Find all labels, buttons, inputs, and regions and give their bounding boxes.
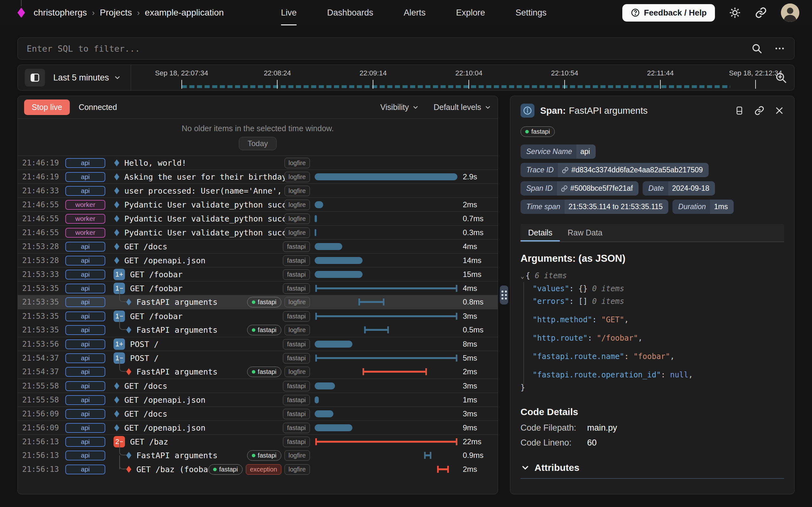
tag-pill-logfire[interactable]: logfire bbox=[285, 186, 310, 196]
tag-pill-fastapi[interactable]: fastapi bbox=[283, 339, 310, 349]
tag-pill-fastapi[interactable]: fastapi bbox=[283, 256, 310, 266]
child-count-badge[interactable]: 1+ bbox=[113, 338, 125, 350]
tag-pill-exception[interactable]: exception bbox=[246, 464, 281, 475]
service-badge[interactable]: api bbox=[65, 325, 105, 335]
timeline-track[interactable]: Sep 18, 22:07:3422:08:2422:09:1422:10:04… bbox=[134, 65, 768, 91]
service-badge[interactable]: api bbox=[65, 395, 105, 405]
tag-pill-fastapi[interactable]: fastapi bbox=[247, 325, 281, 335]
today-button[interactable]: Today bbox=[239, 137, 276, 150]
log-row[interactable]: 21:53:35apiFastAPI argumentsfastapilogfi… bbox=[18, 295, 498, 309]
nav-item-settings[interactable]: Settings bbox=[515, 0, 547, 25]
metadata-chip-trace-id[interactable]: Trace ID#d834c3374dd6fa2e4aa82a55ab21750… bbox=[520, 163, 709, 177]
service-badge[interactable]: api bbox=[65, 367, 105, 377]
tab-details[interactable]: Details bbox=[520, 224, 560, 241]
log-row[interactable]: 21:54:37api1−POST /fastapi5ms bbox=[18, 351, 498, 365]
theme-toggle-sun-icon[interactable] bbox=[729, 7, 741, 19]
log-row[interactable]: 21:46:55workerPydantic User validate_pyt… bbox=[18, 198, 498, 211]
nav-item-dashboards[interactable]: Dashboards bbox=[327, 0, 373, 25]
tag-pill-fastapi[interactable]: fastapi bbox=[283, 395, 310, 405]
log-row[interactable]: 21:54:37apiFastAPI argumentsfastapilogfi… bbox=[18, 365, 498, 379]
tag-pill-fastapi[interactable]: fastapi bbox=[247, 450, 281, 461]
search-icon[interactable] bbox=[751, 43, 763, 54]
nav-item-alerts[interactable]: Alerts bbox=[404, 0, 426, 25]
service-badge[interactable]: api bbox=[65, 186, 105, 196]
stop-live-button[interactable]: Stop live bbox=[24, 100, 70, 115]
dock-panel-icon[interactable] bbox=[734, 106, 744, 115]
service-badge[interactable]: worker bbox=[65, 200, 105, 210]
tab-raw-data[interactable]: Raw Data bbox=[560, 224, 610, 241]
service-badge[interactable]: api bbox=[65, 451, 105, 460]
log-row[interactable]: 21:56:13apiFastAPI argumentsfastapilogfi… bbox=[18, 448, 498, 462]
more-options-ellipsis-icon[interactable] bbox=[773, 43, 786, 54]
tag-pill-fastapi[interactable]: fastapi bbox=[247, 367, 281, 377]
breadcrumb-item[interactable]: example-application bbox=[145, 8, 224, 18]
tag-pill-fastapi[interactable]: fastapi bbox=[283, 409, 310, 419]
service-badge[interactable]: worker bbox=[65, 228, 105, 238]
tag-pill-fastapi[interactable]: fastapi bbox=[208, 464, 243, 475]
tag-pill-fastapi[interactable]: fastapi bbox=[283, 381, 310, 391]
user-avatar[interactable] bbox=[781, 3, 799, 22]
log-row[interactable]: 21:56:09apiGET /docsfastapi3ms bbox=[18, 406, 498, 420]
nav-item-live[interactable]: Live bbox=[281, 0, 297, 25]
tag-pill-logfire[interactable]: logfire bbox=[285, 172, 310, 182]
tag-pill-fastapi[interactable]: fastapi bbox=[283, 311, 310, 322]
sql-filter-input[interactable] bbox=[26, 43, 751, 54]
tag-pill-fastapi[interactable]: fastapi bbox=[283, 241, 310, 252]
tag-pill-fastapi[interactable]: fastapi bbox=[283, 269, 310, 280]
log-row[interactable]: 21:53:35api1−GET /foobarfastapi4ms bbox=[18, 281, 498, 295]
service-badge[interactable]: api bbox=[65, 381, 105, 391]
tag-pill-fastapi[interactable]: fastapi bbox=[247, 297, 281, 307]
service-badge[interactable]: api bbox=[65, 158, 105, 168]
copy-link-icon[interactable] bbox=[754, 106, 764, 116]
tag-pill-fastapi[interactable]: fastapi bbox=[283, 283, 310, 294]
tag-pill-fastapi[interactable]: fastapi bbox=[283, 353, 310, 363]
log-row[interactable]: 21:46:55workerPydantic User validate_pyt… bbox=[18, 211, 498, 225]
visibility-dropdown[interactable]: Visibility bbox=[380, 103, 419, 112]
log-row[interactable]: 21:55:58apiGET /docsfastapi3ms bbox=[18, 379, 498, 393]
service-badge[interactable]: api bbox=[65, 437, 105, 447]
service-badge[interactable]: api bbox=[65, 423, 105, 433]
service-badge[interactable]: api bbox=[65, 297, 105, 307]
service-badge[interactable]: api bbox=[65, 256, 105, 266]
tag-pill-fastapi[interactable]: fastapi bbox=[283, 437, 310, 447]
service-badge[interactable]: api bbox=[65, 339, 105, 349]
panel-resize-handle[interactable] bbox=[500, 285, 508, 304]
metadata-chip-duration[interactable]: Duration1ms bbox=[672, 200, 733, 214]
tag-pill-logfire[interactable]: logfire bbox=[285, 200, 310, 210]
service-badge[interactable]: api bbox=[65, 409, 105, 419]
log-row[interactable]: 21:53:56api1+POST /fastapi8ms bbox=[18, 337, 498, 351]
nav-item-explore[interactable]: Explore bbox=[456, 0, 485, 25]
attributes-heading[interactable]: Attributes bbox=[520, 462, 784, 473]
close-icon[interactable] bbox=[774, 106, 784, 115]
share-link-icon[interactable] bbox=[755, 7, 767, 19]
log-row[interactable]: 21:53:35api1−GET /foobarfastapi3ms bbox=[18, 309, 498, 323]
log-row[interactable]: 21:46:55workerPydantic User validate_pyt… bbox=[18, 225, 498, 239]
detail-content[interactable]: Arguments: (as JSON) ⌄{ 6 items"values":… bbox=[520, 242, 784, 487]
metadata-chip-time-span[interactable]: Time span21:53:35.114 to 21:53:35.115 bbox=[520, 200, 668, 214]
log-row[interactable]: 21:53:28apiGET /docsfastapi4ms bbox=[18, 239, 498, 253]
time-range-dropdown[interactable]: Last 5 minutes bbox=[53, 73, 121, 83]
service-tag-pill[interactable]: fastapi bbox=[520, 126, 555, 137]
logfire-logo[interactable] bbox=[16, 0, 26, 25]
log-row[interactable]: 21:46:33apiuser processed: User(name='An… bbox=[18, 183, 498, 198]
log-row[interactable]: 21:46:19apiAsking the user for their bir… bbox=[18, 170, 498, 183]
service-badge[interactable]: api bbox=[65, 270, 105, 279]
tag-pill-fastapi[interactable]: fastapi bbox=[283, 423, 310, 433]
log-row[interactable]: 21:53:35apiFastAPI argumentsfastapilogfi… bbox=[18, 323, 498, 337]
tag-pill-logfire[interactable]: logfire bbox=[285, 464, 310, 475]
tag-pill-logfire[interactable]: logfire bbox=[285, 325, 310, 335]
tag-pill-logfire[interactable]: logfire bbox=[285, 297, 310, 307]
service-badge[interactable]: api bbox=[65, 284, 105, 293]
service-badge[interactable]: api bbox=[65, 242, 105, 251]
tag-pill-logfire[interactable]: logfire bbox=[285, 367, 310, 377]
service-badge[interactable]: api bbox=[65, 172, 105, 182]
child-count-badge[interactable]: 1+ bbox=[113, 269, 125, 280]
metadata-chip-service-name[interactable]: Service Nameapi bbox=[520, 145, 596, 159]
tag-pill-logfire[interactable]: logfire bbox=[285, 214, 310, 224]
log-row[interactable]: 21:56:13apiGET /baz (foobar)fastapiexcep… bbox=[18, 462, 498, 476]
sidebar-toggle-button[interactable] bbox=[25, 69, 45, 87]
tag-pill-logfire[interactable]: logfire bbox=[285, 450, 310, 461]
service-badge[interactable]: api bbox=[65, 353, 105, 363]
tag-pill-logfire[interactable]: logfire bbox=[285, 228, 310, 238]
service-badge[interactable]: api bbox=[65, 464, 105, 474]
